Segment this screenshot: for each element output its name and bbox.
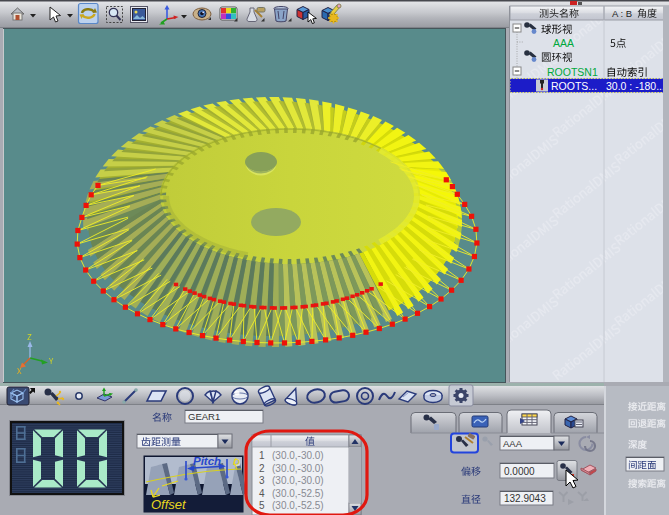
- svg-text:1: 1: [259, 450, 265, 461]
- svg-text:Pitch: Pitch: [193, 455, 221, 467]
- svg-text:132.9043: 132.9043: [504, 493, 546, 504]
- svg-text:(30.0,-30.0): (30.0,-30.0): [272, 475, 324, 486]
- svg-text:ROOTS...: ROOTS...: [551, 80, 597, 92]
- svg-text:3: 3: [259, 475, 265, 486]
- svg-text:4: 4: [259, 488, 265, 499]
- svg-text:5: 5: [259, 500, 265, 511]
- svg-text:ROOTSN1: ROOTSN1: [547, 66, 598, 78]
- svg-text:Offset: Offset: [151, 497, 187, 512]
- svg-text:2: 2: [259, 463, 265, 474]
- svg-text:(30.0,-30.0): (30.0,-30.0): [272, 463, 324, 474]
- svg-text:30.0 : -180...: 30.0 : -180...: [606, 80, 665, 92]
- svg-text:AAA: AAA: [553, 37, 574, 49]
- svg-text:A : B: A : B: [612, 8, 632, 19]
- svg-text:0.0000: 0.0000: [504, 466, 535, 477]
- svg-text:(30.0,-30.0): (30.0,-30.0): [272, 450, 324, 461]
- svg-text:AAA: AAA: [503, 438, 523, 449]
- svg-text:GEAR1: GEAR1: [188, 411, 220, 422]
- svg-text:D: D: [233, 456, 240, 467]
- svg-text:(30.0,-52.5): (30.0,-52.5): [272, 500, 324, 511]
- svg-text:(30.0,-52.5): (30.0,-52.5): [272, 488, 324, 499]
